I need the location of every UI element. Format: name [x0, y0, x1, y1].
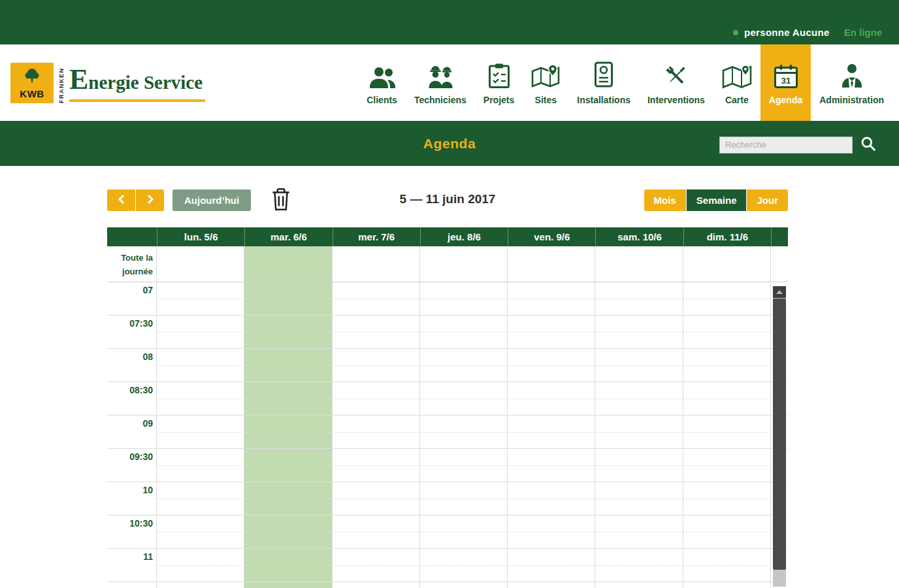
nav-item-installations[interactable]: Installations	[568, 44, 639, 121]
nav-label: Installations	[577, 95, 630, 105]
calendar-cell[interactable]	[508, 246, 595, 282]
calendar-cell-today[interactable]	[244, 515, 332, 548]
calendar-cell[interactable]	[157, 515, 244, 548]
nav-item-administration[interactable]: Administration	[811, 44, 892, 121]
calendar-cell[interactable]	[595, 282, 683, 315]
calendar-cell-today[interactable]	[244, 316, 332, 348]
view-day-button[interactable]: Jour	[747, 189, 788, 211]
calendar-cell[interactable]	[508, 449, 595, 482]
calendar-cell-today[interactable]	[244, 282, 332, 315]
calendar-cell[interactable]	[333, 582, 420, 588]
calendar-cell[interactable]	[333, 282, 420, 315]
calendar-cell[interactable]	[683, 246, 771, 282]
calendar-cell[interactable]	[683, 349, 771, 382]
calendar-cell[interactable]	[595, 449, 683, 482]
calendar-cell[interactable]	[508, 515, 595, 548]
calendar-cell[interactable]	[157, 246, 244, 282]
calendar-cell[interactable]	[157, 482, 244, 515]
calendar-cell[interactable]	[333, 416, 420, 448]
calendar-cell[interactable]	[683, 282, 771, 315]
calendar-cell-today[interactable]	[244, 549, 332, 581]
nav-item-techniciens[interactable]: Techniciens	[406, 44, 475, 121]
calendar-cell[interactable]	[333, 382, 420, 415]
brand-vertical-text: FRANKEN	[58, 63, 65, 103]
calendar-cell[interactable]	[508, 582, 595, 588]
calendar-cell[interactable]	[420, 246, 508, 282]
calendar-cell[interactable]	[420, 282, 508, 315]
calendar-cell[interactable]	[595, 246, 683, 282]
calendar-cell[interactable]	[157, 449, 244, 482]
calendar-cell[interactable]	[683, 449, 771, 482]
calendar-cell[interactable]	[420, 482, 508, 515]
calendar-cell[interactable]	[420, 349, 508, 382]
calendar-cell-today[interactable]	[244, 482, 332, 515]
calendar-cell[interactable]	[420, 382, 508, 415]
calendar-cell[interactable]	[508, 482, 595, 515]
online-status[interactable]: En ligne	[844, 27, 882, 38]
brand-logo[interactable]: KWB FRANKEN Energie Service	[10, 44, 205, 121]
calendar-cell[interactable]	[333, 515, 420, 548]
vertical-scrollbar[interactable]	[773, 286, 786, 587]
calendar-cell[interactable]	[420, 449, 508, 482]
view-month-button[interactable]: Mois	[644, 189, 686, 211]
calendar-cell[interactable]	[595, 349, 683, 382]
calendar-cell[interactable]	[683, 549, 771, 581]
calendar-cell[interactable]	[683, 416, 771, 448]
calendar-cell[interactable]	[333, 316, 420, 348]
calendar-cell[interactable]	[157, 416, 244, 448]
search-input[interactable]	[719, 137, 853, 154]
scrollbar-thumb[interactable]	[773, 299, 786, 570]
calendar-cell[interactable]	[595, 549, 683, 581]
nav-item-projets[interactable]: Projets	[475, 44, 523, 121]
calendar-cell[interactable]	[157, 549, 244, 581]
calendar-cell[interactable]	[595, 515, 683, 548]
nav-item-interventions[interactable]: Interventions	[639, 44, 713, 121]
calendar-cell[interactable]	[508, 382, 595, 415]
calendar-cell[interactable]	[333, 246, 420, 282]
calendar-cell[interactable]	[333, 482, 420, 515]
scroll-up-button[interactable]	[773, 286, 786, 298]
calendar-cell[interactable]	[595, 582, 683, 588]
calendar-cell[interactable]	[508, 349, 595, 382]
nav-item-sites[interactable]: Sites	[523, 44, 568, 121]
calendar-cell[interactable]	[595, 316, 683, 348]
calendar-cell[interactable]	[157, 382, 244, 415]
calendar-cell[interactable]	[157, 316, 244, 348]
time-row	[107, 582, 788, 588]
sites-map-pin-icon	[531, 60, 560, 89]
calendar-cell[interactable]	[508, 416, 595, 448]
calendar-cell-today[interactable]	[244, 582, 332, 588]
calendar-cell[interactable]	[508, 549, 595, 581]
calendar-cell-today[interactable]	[244, 349, 332, 382]
calendar-cell[interactable]	[420, 416, 508, 448]
search-button[interactable]	[860, 135, 877, 154]
calendar-cell-today[interactable]	[244, 416, 332, 448]
calendar-cell[interactable]	[508, 316, 595, 348]
calendar-cell[interactable]	[595, 482, 683, 515]
view-week-button[interactable]: Semaine	[687, 189, 747, 211]
calendar-cell[interactable]	[683, 382, 771, 415]
calendar-cell[interactable]	[595, 382, 683, 415]
calendar-cell[interactable]	[157, 582, 244, 588]
calendar-cell[interactable]	[157, 349, 244, 382]
calendar-cell[interactable]	[420, 316, 508, 348]
calendar-cell[interactable]	[595, 416, 683, 448]
calendar-cell[interactable]	[333, 449, 420, 482]
calendar-cell[interactable]	[683, 316, 771, 348]
nav-item-carte[interactable]: Carte	[713, 44, 760, 121]
calendar-cell-today[interactable]	[244, 246, 332, 282]
calendar-cell[interactable]	[683, 515, 771, 548]
calendar-cell[interactable]	[420, 515, 508, 548]
calendar-cell[interactable]	[157, 282, 244, 315]
calendar-cell[interactable]	[683, 482, 771, 515]
nav-item-clients[interactable]: Clients	[358, 44, 406, 121]
calendar-cell[interactable]	[333, 349, 420, 382]
calendar-cell[interactable]	[333, 549, 420, 581]
calendar-cell[interactable]	[420, 582, 508, 588]
calendar-cell[interactable]	[420, 549, 508, 581]
calendar-cell-today[interactable]	[244, 449, 332, 482]
nav-item-agenda[interactable]: 31 Agenda	[760, 44, 811, 121]
calendar-cell[interactable]	[683, 582, 771, 588]
calendar-cell[interactable]	[508, 282, 595, 315]
calendar-cell-today[interactable]	[244, 382, 332, 415]
